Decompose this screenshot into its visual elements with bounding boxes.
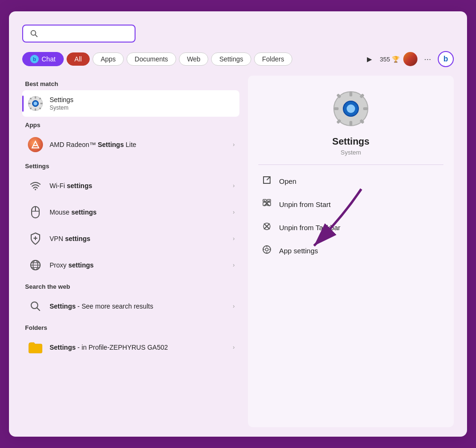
folder-icon bbox=[27, 339, 44, 356]
settings-web-title: Settings - See more search results bbox=[50, 302, 227, 310]
vpn-icon bbox=[27, 230, 44, 247]
tab-settings-label: Settings bbox=[219, 55, 243, 63]
more-button[interactable]: ··· bbox=[421, 53, 434, 65]
settings-folder-title: Settings - in Profile-ZEPHYRUS GA502 bbox=[50, 344, 227, 351]
avatar[interactable] bbox=[403, 52, 417, 66]
tab-web-label: Web bbox=[187, 55, 201, 63]
tab-chat-label: Chat bbox=[42, 55, 56, 63]
result-mouse[interactable]: Mouse settings › bbox=[22, 199, 239, 225]
open-icon bbox=[261, 175, 272, 187]
unpin-start-icon bbox=[261, 198, 272, 210]
wifi-title: Wi-Fi settings bbox=[50, 182, 227, 190]
wifi-arrow: › bbox=[233, 182, 235, 189]
action-unpin-start[interactable]: Unpin from Start bbox=[248, 193, 454, 216]
cortana-button[interactable]: b bbox=[438, 51, 454, 67]
right-pane-title: Settings bbox=[332, 136, 370, 147]
svg-rect-6 bbox=[35, 108, 36, 111]
tab-web[interactable]: Web bbox=[179, 52, 209, 66]
mouse-title: Mouse settings bbox=[50, 208, 227, 216]
tab-folders-label: Folders bbox=[262, 55, 284, 63]
svg-point-0 bbox=[31, 31, 36, 35]
unpin-taskbar-icon bbox=[261, 222, 272, 233]
proxy-icon bbox=[27, 257, 44, 274]
section-folders: Folders bbox=[22, 319, 239, 334]
action-open[interactable]: Open bbox=[248, 170, 454, 193]
main-content: Best match bbox=[22, 76, 454, 427]
svg-rect-5 bbox=[35, 96, 36, 99]
tab-folders[interactable]: Folders bbox=[254, 52, 292, 66]
mouse-text: Mouse settings bbox=[50, 208, 227, 216]
mouse-icon bbox=[27, 204, 44, 221]
settings-folder-text: Settings - in Profile-ZEPHYRUS GA502 bbox=[50, 344, 227, 351]
tab-all[interactable]: All bbox=[67, 52, 90, 66]
right-pane-subtitle: System bbox=[340, 149, 361, 156]
outer-wrapper: Settings b Chat All Apps Documents Web S… bbox=[0, 0, 476, 448]
trophy-icon: 🏆 bbox=[392, 56, 400, 63]
tab-apps[interactable]: Apps bbox=[93, 52, 124, 66]
section-settings: Settings bbox=[22, 158, 239, 172]
svg-rect-8 bbox=[40, 103, 42, 104]
section-apps: Apps bbox=[22, 117, 239, 131]
unpin-taskbar-label: Unpin from Taskbar bbox=[279, 224, 340, 232]
play-button[interactable]: ▶ bbox=[363, 52, 376, 66]
svg-point-4 bbox=[34, 102, 37, 105]
action-app-settings[interactable]: App settings bbox=[248, 239, 454, 262]
cortana-icon-label: b bbox=[443, 55, 448, 63]
vpn-title: VPN settings bbox=[50, 235, 227, 242]
action-unpin-taskbar[interactable]: Unpin from Taskbar bbox=[248, 216, 454, 239]
right-pane: Settings System Open bbox=[248, 76, 454, 427]
search-input[interactable]: Settings bbox=[42, 29, 128, 38]
score-value: 355 bbox=[380, 56, 390, 63]
tab-settings[interactable]: Settings bbox=[211, 52, 251, 66]
search-bar-container: Settings bbox=[22, 25, 136, 43]
tab-apps-label: Apps bbox=[101, 55, 116, 63]
amd-title: AMD Radeon™ Settings Lite bbox=[50, 141, 227, 148]
settings-web-text: Settings - See more search results bbox=[50, 302, 227, 310]
wifi-icon bbox=[27, 177, 44, 194]
left-pane: Best match bbox=[22, 76, 239, 427]
svg-rect-33 bbox=[349, 121, 352, 126]
mouse-arrow: › bbox=[233, 209, 235, 215]
web-search-icon bbox=[27, 298, 44, 315]
settings-main-subtitle: System bbox=[50, 104, 235, 111]
amd-text: AMD Radeon™ Settings Lite bbox=[50, 141, 227, 148]
search-icon bbox=[30, 29, 38, 38]
vpn-arrow: › bbox=[233, 235, 235, 242]
app-settings-label: App settings bbox=[279, 247, 318, 255]
tab-all-label: All bbox=[75, 55, 82, 63]
result-wifi[interactable]: Wi-Fi settings › bbox=[22, 172, 239, 199]
open-label: Open bbox=[279, 177, 297, 185]
svg-line-1 bbox=[35, 35, 38, 37]
tabs-row: b Chat All Apps Documents Web Settings F… bbox=[22, 51, 454, 67]
amd-arrow: › bbox=[233, 141, 235, 148]
result-vpn[interactable]: VPN settings › bbox=[22, 225, 239, 252]
result-settings-main[interactable]: Settings System bbox=[22, 90, 239, 117]
right-pane-inner: Settings System bbox=[248, 76, 454, 164]
settings-main-title: Settings bbox=[50, 96, 235, 103]
proxy-arrow: › bbox=[233, 262, 235, 268]
settings-large-icon bbox=[332, 90, 370, 128]
result-settings-folder[interactable]: Settings - in Profile-ZEPHYRUS GA502 › bbox=[22, 334, 239, 361]
result-amd[interactable]: AMD Radeon™ Settings Lite › bbox=[22, 131, 239, 158]
svg-line-41 bbox=[267, 177, 270, 180]
tab-chat[interactable]: b Chat bbox=[22, 52, 64, 66]
wifi-text: Wi-Fi settings bbox=[50, 182, 227, 190]
tab-documents[interactable]: Documents bbox=[127, 52, 176, 66]
right-divider bbox=[258, 164, 443, 165]
svg-rect-34 bbox=[334, 107, 339, 110]
section-best-match: Best match bbox=[22, 76, 239, 90]
svg-marker-13 bbox=[32, 141, 39, 148]
settings-main-text: Settings System bbox=[50, 96, 235, 111]
bing-chat-icon: b bbox=[30, 55, 39, 63]
unpin-start-label: Unpin from Start bbox=[279, 200, 331, 208]
settings-gear-icon bbox=[27, 95, 44, 112]
vpn-text: VPN settings bbox=[50, 235, 227, 242]
svg-point-31 bbox=[347, 104, 355, 113]
tab-documents-label: Documents bbox=[135, 55, 168, 63]
result-settings-web[interactable]: Settings - See more search results › bbox=[22, 293, 239, 319]
result-proxy[interactable]: Proxy settings › bbox=[22, 252, 239, 278]
app-settings-icon bbox=[261, 245, 272, 257]
score-badge: 355 🏆 bbox=[380, 56, 400, 63]
svg-rect-32 bbox=[349, 92, 352, 96]
svg-rect-7 bbox=[28, 103, 31, 104]
